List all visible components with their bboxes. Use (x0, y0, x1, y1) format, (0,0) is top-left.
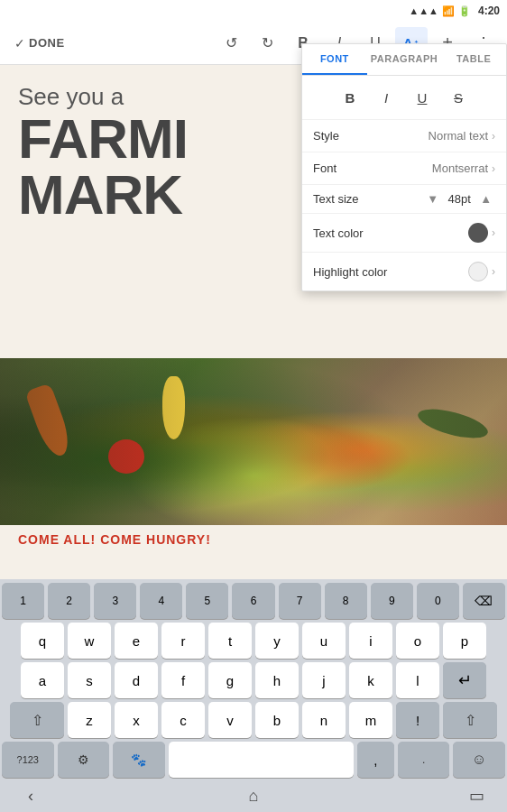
key-o[interactable]: o (396, 623, 439, 659)
format-style-buttons: B I U S (302, 76, 506, 120)
format-tabs: FONT PARAGRAPH TABLE (302, 44, 506, 76)
key-2[interactable]: 2 (48, 583, 90, 619)
key-5[interactable]: 5 (186, 583, 228, 619)
style-value: Normal text (429, 129, 488, 143)
strikethrough-format-button[interactable]: S (444, 83, 473, 112)
style-label: Style (313, 129, 429, 143)
key-1[interactable]: 1 (2, 583, 44, 619)
cta-text: COME ALL! COME HUNGRY! (0, 525, 229, 554)
check-icon: ✓ (14, 36, 25, 51)
exclaim-key[interactable]: ! (396, 702, 439, 738)
done-button[interactable]: ✓ DONE (7, 32, 72, 54)
style-chevron: › (492, 130, 495, 143)
key-7[interactable]: 7 (279, 583, 321, 619)
underline-format-button[interactable]: U (408, 83, 437, 112)
font-row[interactable]: Font Montserrat › (302, 152, 506, 185)
enter-button[interactable]: ↵ (443, 662, 486, 698)
shift-right-button[interactable]: ⇧ (443, 702, 497, 738)
emoji-button[interactable]: ☺ (453, 742, 505, 778)
key-a[interactable]: a (21, 662, 64, 698)
text-color-label: Text color (313, 226, 468, 240)
bold-format-button[interactable]: B (336, 83, 364, 112)
cta-row: COME ALL! COME HUNGRY! (0, 525, 507, 554)
key-g[interactable]: g (208, 662, 252, 698)
key-4[interactable]: 4 (140, 583, 182, 619)
tab-table[interactable]: TABLE (441, 44, 506, 75)
key-v[interactable]: v (208, 702, 252, 738)
key-b[interactable]: b (255, 702, 299, 738)
nav-recents-button[interactable]: ▭ (456, 783, 496, 808)
status-icons: ▲▲▲ 📶 🔋 4:20 (409, 5, 500, 17)
signal-icon: ▲▲▲ (409, 5, 438, 16)
font-chevron: › (492, 162, 495, 175)
key-m[interactable]: m (349, 702, 392, 738)
tab-font[interactable]: FONT (302, 44, 367, 75)
size-controls: ▼ 48pt ▲ (423, 190, 495, 208)
settings-key[interactable]: ⚙ (58, 742, 110, 778)
key-z[interactable]: z (68, 702, 111, 738)
key-e[interactable]: e (115, 623, 158, 659)
nav-home-button[interactable]: ⌂ (234, 783, 273, 808)
text-size-label: Text size (313, 192, 423, 206)
key-r[interactable]: r (161, 623, 205, 659)
key-3[interactable]: 3 (94, 583, 136, 619)
size-down-button[interactable]: ▼ (423, 190, 442, 208)
italic-format-button[interactable]: I (372, 83, 401, 112)
key-y[interactable]: y (255, 623, 299, 659)
key-6[interactable]: 6 (232, 583, 274, 619)
format-panel: FONT PARAGRAPH TABLE B I U S Style Norma… (301, 43, 507, 291)
key-d[interactable]: d (115, 662, 158, 698)
key-u[interactable]: u (302, 623, 346, 659)
key-w[interactable]: w (68, 623, 111, 659)
time-display: 4:20 (478, 5, 500, 17)
style-row[interactable]: Style Normal text › (302, 120, 506, 152)
key-p[interactable]: p (443, 623, 486, 659)
keyboard-num-row: 1 2 3 4 5 6 7 8 9 0 ⌫ (0, 579, 507, 621)
nav-back-button[interactable]: ‹ (11, 783, 51, 808)
document-image (0, 358, 507, 525)
key-k[interactable]: k (349, 662, 392, 698)
font-value: Montserrat (432, 161, 488, 175)
text-size-row: Text size ▼ 48pt ▲ (302, 185, 506, 214)
key-c[interactable]: c (161, 702, 205, 738)
text-color-chevron: › (492, 226, 495, 239)
key-i[interactable]: i (349, 623, 392, 659)
comma-key[interactable]: , (357, 742, 394, 778)
size-value: 48pt (446, 192, 473, 206)
key-l[interactable]: l (396, 662, 439, 698)
undo-button[interactable]: ↺ (215, 27, 247, 60)
space-button[interactable] (169, 742, 354, 778)
keyboard-bottom-row: ?123 ⚙ 🐾 , . ☺ (0, 740, 507, 780)
key-n[interactable]: n (302, 702, 346, 738)
key-q[interactable]: q (21, 623, 64, 659)
keyboard-z-row: ⇧ z x c v b n m ! ⇧ (0, 700, 507, 740)
key-t[interactable]: t (208, 623, 252, 659)
nav-bar: ‹ ⌂ ▭ (0, 780, 507, 812)
redo-button[interactable]: ↻ (251, 27, 283, 60)
shift-button[interactable]: ⇧ (10, 702, 64, 738)
undo-icon: ↺ (226, 34, 237, 51)
key-8[interactable]: 8 (325, 583, 367, 619)
highlight-color-label: Highlight color (313, 265, 468, 279)
key-f[interactable]: f (161, 662, 205, 698)
keyboard: 1 2 3 4 5 6 7 8 9 0 ⌫ q w e r t y u i o … (0, 579, 507, 812)
key-s[interactable]: s (68, 662, 111, 698)
text-color-row[interactable]: Text color › (302, 214, 506, 253)
size-up-button[interactable]: ▲ (476, 190, 495, 208)
key-9[interactable]: 9 (371, 583, 413, 619)
backspace-button[interactable]: ⌫ (463, 583, 505, 619)
highlight-color-row[interactable]: Highlight color › (302, 253, 506, 291)
key-x[interactable]: x (115, 702, 158, 738)
emoji-key2[interactable]: 🐾 (113, 742, 165, 778)
status-bar: ▲▲▲ 📶 🔋 4:20 (0, 0, 507, 22)
key-0[interactable]: 0 (417, 583, 459, 619)
font-label: Font (313, 161, 432, 175)
tab-paragraph[interactable]: PARAGRAPH (367, 44, 442, 75)
keyboard-q-row: q w e r t y u i o p (0, 621, 507, 660)
key-h[interactable]: h (255, 662, 299, 698)
num-switch-button[interactable]: ?123 (2, 742, 54, 778)
period-key[interactable]: . (398, 742, 450, 778)
key-j[interactable]: j (302, 662, 346, 698)
highlight-color-swatch (468, 262, 488, 281)
battery-icon: 🔋 (458, 5, 471, 17)
